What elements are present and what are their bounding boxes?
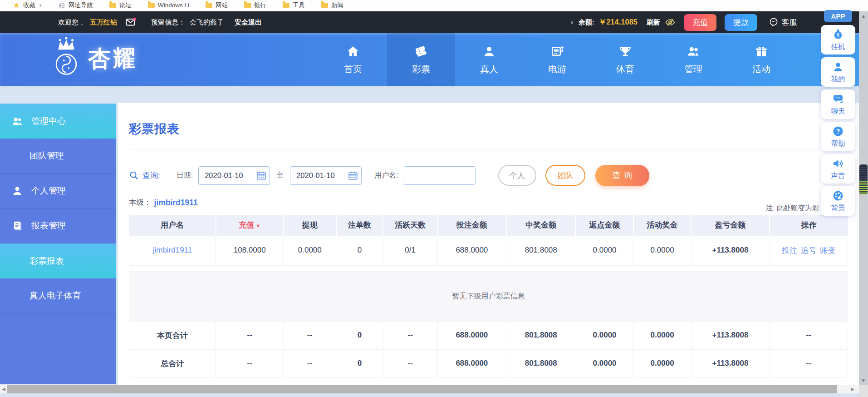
grand-total-cell: -- [284,349,336,377]
sidebar-item-team-management[interactable]: 团队管理 [0,139,116,174]
bookmark-nav-site[interactable]: 网址导航 [58,1,93,10]
action-chase-link[interactable]: 追号 [801,246,816,255]
sidebar-item-lottery-report[interactable]: 彩票报表 [0,243,116,278]
palette-icon [832,189,844,202]
grand-total-cell: -- [383,349,437,377]
crown-emblem-icon [51,37,82,80]
calendar-icon[interactable] [256,170,267,181]
action-account-change-link[interactable]: 账变 [820,246,835,255]
vertical-scrollbar[interactable]: ▲ ▼ [859,11,868,385]
caret-down-icon: ▾ [39,3,42,8]
level-username-link[interactable]: jimbird1911 [154,198,198,208]
site-logo[interactable]: 杏耀 [51,37,138,80]
customer-service-button[interactable]: 客服 [768,17,797,28]
date-from-wrap [198,166,270,185]
bookmark-item[interactable]: Windows Li [148,2,189,9]
search-buttons: 个人 团队 查询 [498,165,649,186]
bookmark-item[interactable]: 论坛 [109,1,132,10]
scroll-thumb-decoration [859,181,868,194]
chevron-down-icon[interactable]: ∨ [570,19,574,25]
refresh-balance-link[interactable]: 刷新 [647,18,660,27]
row-win-amount: 801.8008 [506,235,576,265]
team-toggle-button[interactable]: 团队 [545,165,585,186]
chat-bubble-icon [768,17,779,28]
svg-text:?: ? [836,128,840,135]
folder-icon [148,3,155,8]
horizontal-scrollbar[interactable]: ◀ ▶ [0,385,859,393]
reserved-info-label: 预留信息： [151,18,185,27]
bookmark-item[interactable]: 工具 [283,1,305,10]
horizontal-scrollbar-thumb[interactable] [7,385,837,393]
row-recharge: 108.0000 [216,235,284,265]
page-total-cell: -- [383,321,437,349]
level-label: 本级： [129,198,152,208]
date-label: 日期: [177,171,193,180]
nav-item-egames[interactable]: 电游 [523,33,591,86]
main-content: 彩票报表 查询: 日期: 至 用户名: 个人 团队 查询 本级： jimbird… [118,103,859,385]
row-activity-bonus: 0.0000 [633,235,691,265]
col-username: 用户名 [129,215,216,235]
withdraw-button[interactable]: 提款 [725,14,757,31]
page-total-cell: 0.0000 [576,321,633,349]
lottery-report-table: 用户名 充值▼ 提现 注单数 活跃天数 投注金额 中奖金额 返点金额 活动奖金 … [129,215,848,378]
bookmark-item[interactable]: 银行 [244,1,266,10]
widget-chat[interactable]: 聊天 [821,89,855,119]
username-label: 用户名: [374,171,398,180]
search-button[interactable]: 查询 [595,165,649,186]
col-active-days: 活跃天数 [383,215,437,235]
message-envelope-icon[interactable] [125,17,137,28]
page-total-cell: -- [216,321,284,349]
nav-item-sports[interactable]: 体育 [591,33,659,86]
nav-item-lottery[interactable]: 彩票 [387,33,455,86]
calendar-icon[interactable] [348,170,358,181]
scroll-down-arrow[interactable]: ▼ [859,377,868,384]
eye-slash-icon[interactable] [665,17,676,28]
table-row: jimbird1911 108.0000 0.0000 0 0/1 688.00… [129,235,848,265]
sort-down-icon: ▼ [255,223,260,228]
widget-auto-bet[interactable]: ¥ 挂机 [821,25,855,55]
sidebar-item-live-esports[interactable]: 真人电子体育 [0,278,116,313]
ticket-icon [414,45,428,58]
col-recharge-sortable[interactable]: 充值▼ [216,215,284,235]
logout-link[interactable]: 安全退出 [235,18,262,27]
row-username-link[interactable]: jimbird1911 [153,246,192,254]
trophy-icon [618,45,632,58]
username-input[interactable] [404,166,476,185]
page-total-cell: -- [284,321,336,349]
col-win-amount: 中奖金额 [506,215,576,235]
person-icon [482,45,496,58]
widget-my-account[interactable]: 我的 [821,57,855,87]
bookmark-item[interactable]: 网站 [206,1,228,10]
floating-widget-panel: APP ¥ 挂机 我的 聊天 ? 帮助 声音 背景 [820,10,856,216]
table-header-row: 用户名 充值▼ 提现 注单数 活跃天数 投注金额 中奖金额 返点金额 活动奖金 … [129,215,848,235]
widget-sound[interactable]: 声音 [821,154,855,184]
nav-item-home[interactable]: 首页 [319,33,387,86]
balance-label: 余额: [579,18,594,27]
page-total-cell: 0 [336,321,383,349]
nav-item-live[interactable]: 真人 [455,33,523,86]
app-download-button[interactable]: APP [824,10,852,22]
search-icon [129,170,139,180]
account-username[interactable]: 五万红钻 [90,18,117,27]
home-icon [346,45,360,58]
bookmark-item[interactable]: 新闻 [321,1,343,10]
scroll-right-arrow[interactable]: ▶ [849,385,856,393]
scroll-up-arrow[interactable]: ▲ [859,12,868,20]
personal-toggle-button[interactable]: 个人 [498,165,536,186]
nav-item-manage[interactable]: 管理 [659,33,727,86]
widget-background[interactable]: 背景 [821,186,855,216]
bookmark-favorites[interactable]: 收藏 ▾ [13,1,42,10]
scroll-left-arrow[interactable]: ◀ [0,385,7,393]
sidebar-item-personal-management[interactable]: 个人管理 [0,174,116,208]
speaker-icon [832,157,844,170]
report-icon [11,220,23,232]
recharge-button[interactable]: 充值 [684,14,716,31]
grand-total-cell: -- [216,349,284,377]
widget-help[interactable]: ? 帮助 [821,122,855,151]
sidebar-item-management-center[interactable]: 管理中心 [0,104,116,139]
balance-value: ￥214.1085 [599,17,638,27]
vertical-scrollbar-thumb[interactable] [859,164,868,194]
action-bet-link[interactable]: 投注 [782,246,797,255]
nav-item-activity[interactable]: 活动 [727,33,795,86]
sidebar-item-report-management[interactable]: 报表管理 [0,208,116,243]
